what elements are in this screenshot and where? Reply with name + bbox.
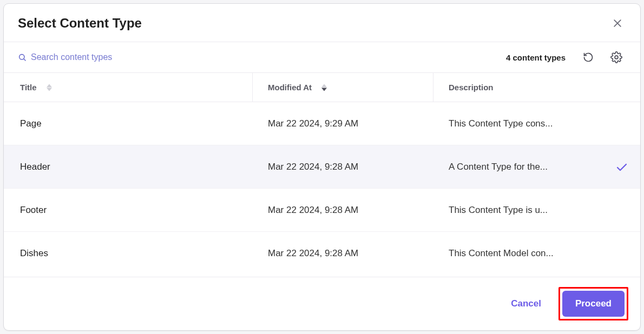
sort-icon: [47, 84, 52, 91]
check-icon: [615, 161, 628, 173]
column-description-label: Description: [449, 83, 494, 92]
description-text: This Content Model con...: [449, 248, 554, 259]
table-row[interactable]: Page Mar 22 2024, 9:29 AM This Content T…: [4, 102, 640, 145]
cell-description: This Content Model con...: [433, 248, 640, 259]
cell-title: Dishes: [4, 248, 253, 259]
search-input[interactable]: [31, 52, 497, 62]
modal-title: Select Content Type: [18, 16, 609, 31]
column-title-label: Title: [20, 83, 37, 92]
description-text: This Content Type cons...: [449, 118, 553, 129]
description-text: A Content Type for the...: [449, 162, 548, 172]
cell-modified: Mar 22 2024, 9:28 AM: [253, 205, 433, 216]
cell-modified: Mar 22 2024, 9:28 AM: [253, 248, 433, 259]
cell-title: Header: [4, 162, 253, 172]
cell-description: This Content Type cons...: [433, 118, 640, 129]
column-modified[interactable]: Modified At: [253, 73, 433, 102]
svg-marker-7: [321, 84, 327, 87]
search-wrap: [18, 52, 497, 62]
cell-modified: Mar 22 2024, 9:29 AM: [253, 118, 433, 129]
cell-description: A Content Type for the...: [433, 161, 640, 173]
refresh-icon: [583, 52, 594, 63]
modal-footer: Cancel Proceed: [4, 277, 640, 330]
refresh-button[interactable]: [579, 48, 598, 67]
table-body: Page Mar 22 2024, 9:29 AM This Content T…: [4, 102, 640, 277]
column-description: Description: [433, 73, 640, 102]
modal-header: Select Content Type: [4, 4, 640, 42]
cancel-button[interactable]: Cancel: [501, 292, 551, 316]
column-title[interactable]: Title: [4, 73, 253, 102]
cell-title: Page: [4, 118, 253, 129]
search-icon: [18, 53, 27, 62]
toolbar: 4 content types: [4, 42, 640, 73]
cell-modified: Mar 22 2024, 9:28 AM: [253, 162, 433, 172]
svg-marker-8: [321, 88, 327, 91]
table-row[interactable]: Footer Mar 22 2024, 9:28 AM This Content…: [4, 189, 640, 232]
sort-icon: [321, 84, 327, 91]
settings-button[interactable]: [607, 48, 626, 67]
table-row[interactable]: Header Mar 22 2024, 9:28 AM A Content Ty…: [4, 145, 640, 189]
description-text: This Content Type is u...: [449, 205, 548, 216]
svg-marker-6: [47, 88, 52, 91]
content-types-count: 4 content types: [506, 53, 566, 62]
table-header: Title Modified At Description: [4, 73, 640, 102]
content-types-table: Title Modified At Description Page: [4, 73, 640, 277]
column-modified-label: Modified At: [268, 83, 312, 92]
proceed-highlight: Proceed: [558, 287, 628, 320]
proceed-button[interactable]: Proceed: [562, 291, 625, 317]
svg-line-3: [24, 59, 25, 61]
cell-description: This Content Type is u...: [433, 205, 640, 216]
gear-icon: [610, 51, 622, 63]
svg-marker-5: [47, 84, 52, 87]
table-row[interactable]: Dishes Mar 22 2024, 9:28 AM This Content…: [4, 232, 640, 275]
close-button[interactable]: [609, 15, 626, 32]
svg-point-4: [615, 56, 618, 59]
select-content-type-modal: Select Content Type 4 content types Titl…: [3, 3, 641, 331]
cell-title: Footer: [4, 205, 253, 216]
close-icon: [612, 18, 623, 29]
